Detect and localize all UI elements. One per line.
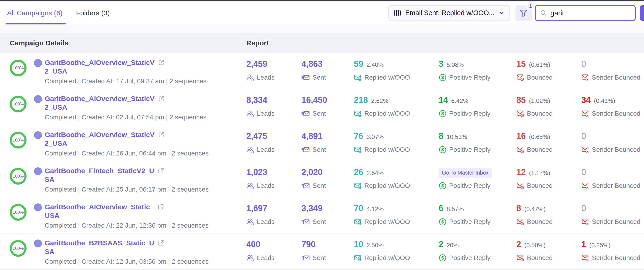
tab-all-campaigns[interactable]: All Campaigns (6) [7, 2, 62, 24]
sent-envelope-icon [302, 146, 310, 154]
campaign-name-link-line2[interactable]: 2_USA [45, 67, 67, 76]
avatar [34, 59, 42, 67]
external-link-icon[interactable] [158, 59, 165, 66]
replied-envelope-icon [354, 182, 362, 190]
sent-label: Sent [312, 110, 326, 117]
positive-reply-count: 6 [439, 204, 443, 213]
campaign-name-link-line2[interactable]: SA [45, 175, 54, 184]
leads-icon [246, 254, 254, 262]
metric-sent: 790 Sent [302, 240, 354, 269]
metric-sender-bounced: 34 (0.41%) Sender Bounced [581, 95, 644, 125]
search-box [535, 5, 636, 21]
leads-count: 8,334 [246, 95, 267, 105]
metric-replied: 70 4.12% Replied w/OOO [354, 204, 439, 233]
replied-envelope-icon [354, 110, 362, 118]
campaign-name-link[interactable]: GaritBoothe_B2BSAAS_Static_U [45, 238, 154, 247]
table-row[interactable]: 100% GaritBoothe_AIOverview_StaticV 2_U [0, 53, 644, 89]
campaign-name-link-line2[interactable]: 2_USA [45, 103, 67, 112]
table-row[interactable]: 100% GaritBoothe_AIOverview_StaticV 2_U [0, 89, 644, 125]
campaign-info: GaritBoothe_Fintech_StaticV2_U SA Comple… [45, 166, 208, 197]
campaign-name-link[interactable]: GaritBoothe_AIOverview_StaticV [45, 130, 154, 139]
table-row[interactable]: 100% GaritBoothe_AIOverview_StaticV 2_U [0, 125, 644, 161]
metric-bounced: 85 (1.02%) Bounced [516, 95, 581, 125]
campaign-name-link[interactable]: GaritBoothe_Fintech_StaticV2_U [45, 166, 154, 175]
campaign-name-link[interactable]: GaritBoothe_AIOverview_Static_ [45, 202, 154, 211]
metric-replied: 10 2.50% Replied w/OOO [354, 240, 439, 269]
progress-value: 100% [13, 210, 24, 215]
columns-dropdown[interactable]: Email Sent, Replied w/OOO... [388, 5, 510, 21]
go-to-master-inbox-badge[interactable]: Go To Master Inbox [439, 168, 492, 178]
bounced-label: Bounced [527, 110, 553, 117]
bounced-envelope-icon [516, 254, 524, 262]
table-header-report: Report [246, 39, 644, 47]
metric-replied: 218 2.62% Replied w/OOO [354, 95, 439, 125]
replied-rate: 4.12% [366, 206, 384, 213]
svg-text:$: $ [441, 183, 444, 188]
campaign-meta: Completed | Created At: 02 Jul, 07:54 pm… [45, 114, 206, 121]
columns-icon [394, 9, 402, 17]
sender-bounced-envelope-icon [581, 218, 589, 226]
tab-bar: All Campaigns (6) Folders (3) [7, 2, 110, 24]
sender-bounced-label: Sender Bounced [592, 254, 640, 262]
metric-sender-bounced: 0 Sender Bounced [581, 167, 644, 197]
metric-sender-bounced: 0 Sender Bounced [581, 131, 644, 161]
external-link-icon[interactable] [158, 240, 164, 246]
bounced-rate: (0.50%) [524, 242, 546, 249]
sent-count: 4,891 [302, 131, 322, 141]
progress-ring: 100% [10, 96, 26, 112]
bounced-envelope-icon [516, 146, 524, 154]
columns-dropdown-label: Email Sent, Replied w/OOO... [405, 9, 494, 17]
sender-bounced-count: 0 [581, 167, 586, 177]
campaign-name-link-line2[interactable]: SA [45, 247, 54, 256]
table-row[interactable]: 100% GaritBoothe_AIOverview_Static_ USA [0, 198, 644, 234]
external-link-icon[interactable] [158, 95, 165, 102]
campaign-name-link[interactable]: GaritBoothe_AIOverview_StaticV [45, 94, 154, 103]
positive-reply-label: Positive Reply [449, 218, 490, 226]
positive-reply-rate: 8.57% [446, 206, 464, 213]
sender-bounced-label: Sender Bounced [592, 146, 640, 154]
metric-leads: 1,697 Leads [246, 204, 302, 233]
replied-count: 70 [354, 204, 363, 213]
leads-count: 400 [246, 240, 260, 249]
replied-count: 59 [354, 59, 363, 69]
leads-icon [246, 146, 254, 154]
external-link-icon[interactable] [158, 131, 165, 138]
avatar [34, 204, 42, 211]
bounced-count: 15 [516, 59, 526, 69]
sent-count: 3,349 [302, 204, 322, 213]
toolbar-controls: Email Sent, Replied w/OOO... 1 [388, 5, 644, 21]
progress-value: 100% [13, 66, 24, 70]
sender-bounced-count: 0 [581, 204, 586, 213]
tab-folders[interactable]: Folders (3) [76, 2, 110, 24]
page-background-band [0, 24, 644, 33]
campaign-name-link-line2[interactable]: 2_USA [45, 139, 67, 148]
table-row[interactable]: 100% GaritBoothe_Fintech_StaticV2_U SA [0, 161, 644, 198]
bounced-label: Bounced [527, 74, 553, 81]
table-row[interactable]: 100% GaritBoothe_B2BSAAS_Static_U SA [0, 234, 644, 270]
metric-sender-bounced: 1 (0.25%) Sender Bounced [581, 240, 644, 269]
metric-bounced: 15 (0.61%) Bounced [516, 59, 581, 89]
svg-text:$: $ [441, 111, 444, 116]
right-edge-button[interactable] [640, 5, 644, 21]
leads-count: 2,475 [246, 131, 267, 141]
campaign-name-link[interactable]: GaritBoothe_AIOverview_StaticV [45, 58, 154, 67]
positive-reply-label: Positive Reply [449, 254, 490, 262]
campaign-name-link-line2[interactable]: USA [45, 211, 59, 220]
sender-bounced-envelope-icon [581, 254, 589, 262]
sent-count: 790 [302, 240, 316, 249]
sender-bounced-envelope-icon [581, 182, 589, 190]
metric-leads: 8,334 Leads [246, 95, 302, 125]
report-metrics: 1,023 Leads 2,020 [246, 161, 644, 197]
metric-positive-reply: 6 8.57% $ Positive Reply [439, 204, 516, 233]
campaign-info: GaritBoothe_AIOverview_Static_ USA Compl… [45, 202, 208, 233]
external-link-icon[interactable] [157, 204, 164, 210]
external-link-icon[interactable] [158, 167, 164, 174]
sender-bounced-label: Sender Bounced [592, 182, 640, 190]
bounced-envelope-icon [516, 74, 524, 82]
filter-funnel-icon [519, 8, 528, 18]
sent-label: Sent [312, 182, 326, 190]
progress-ring: 100% [10, 132, 26, 148]
replied-envelope-icon [354, 218, 362, 226]
search-input[interactable] [550, 9, 631, 17]
filter-button[interactable]: 1 [516, 5, 532, 21]
